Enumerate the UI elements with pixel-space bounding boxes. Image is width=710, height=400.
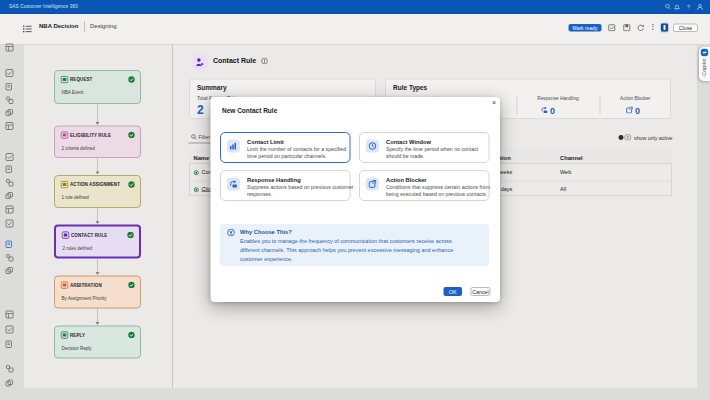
svg-text:?: ?: [687, 4, 690, 10]
